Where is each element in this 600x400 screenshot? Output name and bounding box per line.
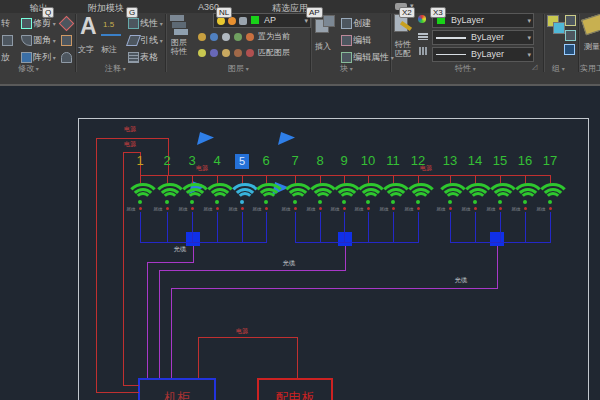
ap-number[interactable]: 6 bbox=[256, 153, 276, 168]
group-selection-toggle-icon[interactable] bbox=[564, 44, 575, 55]
ap-number[interactable]: 14 bbox=[465, 153, 485, 168]
utilities-panel-label[interactable]: 实用工具 bbox=[580, 63, 600, 74]
match-properties-button[interactable]: 特性匹配 bbox=[392, 40, 414, 58]
layer-properties-button[interactable]: 图层特性 bbox=[166, 38, 192, 56]
leader-icon[interactable] bbox=[126, 35, 141, 46]
ap-number[interactable]: 10 bbox=[358, 153, 378, 168]
ap-number[interactable]: 13 bbox=[440, 153, 460, 168]
ap-number[interactable]: 11 bbox=[383, 153, 403, 168]
color-value: ByLayer bbox=[451, 14, 484, 27]
layer-delete-icon[interactable] bbox=[234, 49, 242, 57]
create-block-button[interactable]: 创建 bbox=[353, 17, 371, 30]
ap-number[interactable]: 17 bbox=[540, 153, 560, 168]
ap-number[interactable]: 15 bbox=[490, 153, 510, 168]
group-edit-icon[interactable] bbox=[565, 30, 576, 41]
make-current-icon[interactable] bbox=[246, 33, 254, 41]
ap-number[interactable]: 7 bbox=[285, 153, 305, 168]
ap-number[interactable]: 3 bbox=[182, 153, 202, 168]
layer-isolate-icon[interactable] bbox=[210, 33, 218, 41]
match-layer-icon[interactable] bbox=[246, 49, 254, 57]
linear-button[interactable]: 线性 bbox=[140, 17, 163, 30]
layer-vpfreeze-icon[interactable] bbox=[210, 49, 218, 57]
drop-cable-label: 尾缆 bbox=[229, 206, 238, 211]
ap-number[interactable]: 16 bbox=[515, 153, 535, 168]
wifi-ap-icon[interactable] bbox=[125, 183, 155, 207]
leader-button[interactable]: 引线 bbox=[140, 34, 163, 47]
ap-number[interactable]: 1 bbox=[130, 153, 150, 168]
ribbon-tab-strip: 输出 附加模块 A360 精选应用 ▾ bbox=[0, 0, 600, 13]
offset-icon[interactable] bbox=[61, 52, 72, 63]
layers-panel-label[interactable]: 图层 bbox=[228, 63, 249, 74]
measure-button[interactable]: 测量 bbox=[584, 42, 600, 51]
ap-number-selected[interactable]: 5 bbox=[235, 154, 249, 169]
ap-number[interactable]: 12 bbox=[408, 153, 428, 168]
panel-launcher-icon[interactable]: ◿ bbox=[532, 63, 537, 71]
ap-number[interactable]: 4 bbox=[207, 153, 227, 168]
trim-button[interactable]: 修剪 bbox=[33, 17, 56, 30]
ap-number[interactable]: 8 bbox=[310, 153, 330, 168]
match-layer-button[interactable]: 匹配图层 bbox=[258, 47, 290, 58]
edit-block-icon[interactable] bbox=[341, 35, 352, 46]
cabinet-box[interactable]: 机柜 bbox=[138, 378, 216, 400]
measure-icon[interactable] bbox=[581, 13, 600, 36]
trim-icon[interactable] bbox=[21, 18, 32, 29]
fillet-button[interactable]: 圆角 bbox=[33, 34, 56, 47]
edit-attr-button[interactable]: 编辑属性 bbox=[353, 51, 394, 64]
wifi-ap-icon[interactable] bbox=[403, 183, 433, 207]
edit-attr-icon[interactable] bbox=[341, 52, 352, 63]
block-panel-label[interactable]: 块 bbox=[340, 63, 353, 74]
ap-number[interactable]: 2 bbox=[157, 153, 177, 168]
wifi-dot bbox=[473, 200, 477, 204]
color-wheel-icon[interactable] bbox=[418, 15, 426, 23]
wifi-dot bbox=[523, 200, 527, 204]
insert-button[interactable]: 插入 bbox=[315, 42, 331, 51]
ap-number[interactable]: 9 bbox=[334, 153, 354, 168]
group-icon[interactable] bbox=[547, 15, 565, 35]
linetype-icon[interactable] bbox=[418, 47, 428, 55]
dimension-button[interactable]: 标注 bbox=[101, 45, 117, 54]
modify-panel-label[interactable]: 修改 bbox=[18, 63, 39, 74]
erase-icon[interactable] bbox=[59, 16, 75, 32]
annotate-panel-label[interactable]: 注释 bbox=[105, 63, 126, 74]
dimension-icon[interactable]: 1.5 bbox=[101, 18, 121, 36]
drawing-canvas[interactable]: 电源 电源 电源 电源 电源 光缆 光缆 光缆 机柜 配电板 1尾缆2尾缆3尾缆… bbox=[0, 86, 600, 400]
table-icon[interactable] bbox=[128, 52, 139, 63]
layer-walk-icon[interactable] bbox=[198, 49, 206, 57]
group-panel-label[interactable]: 组 bbox=[552, 63, 565, 74]
lineweight-dropdown[interactable]: ByLayer bbox=[432, 30, 534, 45]
layer-freeze-icon[interactable] bbox=[222, 33, 230, 41]
explode-icon[interactable] bbox=[61, 35, 72, 46]
layer-merge-icon[interactable] bbox=[222, 49, 230, 57]
set-current-button[interactable]: 置为当前 bbox=[258, 31, 290, 42]
object-color-dropdown[interactable]: ByLayer bbox=[432, 13, 534, 28]
layer-dropdown-value: AP bbox=[264, 14, 276, 27]
wifi-dot bbox=[215, 200, 219, 204]
splitter-box[interactable] bbox=[490, 232, 504, 246]
text-button[interactable]: 文字 bbox=[78, 45, 94, 54]
lineweight-icon[interactable] bbox=[418, 32, 428, 40]
table-button[interactable]: 表格 bbox=[140, 51, 158, 64]
layer-off-icon[interactable] bbox=[198, 33, 206, 41]
linear-dim-icon[interactable] bbox=[128, 18, 139, 29]
power-board-box[interactable]: 配电板 bbox=[257, 378, 333, 400]
layer-lock2-icon[interactable] bbox=[234, 33, 242, 41]
linetype-dropdown[interactable]: ByLayer bbox=[432, 47, 534, 62]
wifi-ap-icon[interactable] bbox=[535, 183, 565, 207]
text-icon[interactable]: A bbox=[80, 13, 97, 40]
create-block-icon[interactable] bbox=[341, 18, 352, 29]
edit-block-button[interactable]: 编辑 bbox=[353, 34, 371, 47]
properties-panel-label[interactable]: 特性 bbox=[455, 63, 476, 74]
wifi-dot bbox=[318, 200, 322, 204]
fillet-icon[interactable] bbox=[21, 35, 32, 46]
wifi-dot bbox=[190, 200, 194, 204]
splitter-box[interactable] bbox=[338, 232, 352, 246]
wire-segment bbox=[96, 138, 169, 139]
array-icon[interactable] bbox=[21, 52, 32, 63]
splitter-box[interactable] bbox=[186, 232, 200, 246]
fillet-edge-icon[interactable] bbox=[2, 35, 13, 46]
keytip-output: Q bbox=[42, 7, 54, 18]
ungroup-icon[interactable] bbox=[565, 15, 576, 26]
wifi-ap-icon[interactable] bbox=[251, 183, 281, 207]
layer-properties-icon[interactable] bbox=[170, 15, 188, 35]
insert-block-icon[interactable] bbox=[315, 15, 335, 35]
